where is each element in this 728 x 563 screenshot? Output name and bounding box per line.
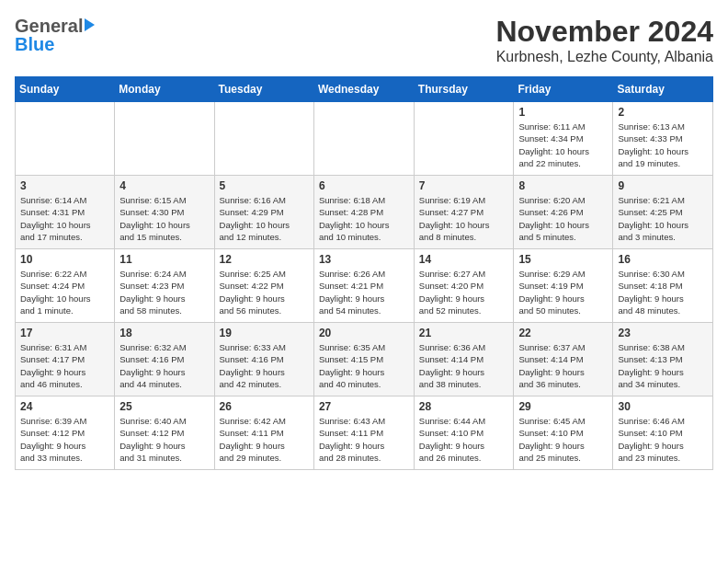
day-info: Sunrise: 6:13 AM Sunset: 4:33 PM Dayligh… (618, 121, 708, 169)
day-info: Sunrise: 6:38 AM Sunset: 4:13 PM Dayligh… (618, 341, 708, 390)
day-info: Sunrise: 6:44 AM Sunset: 4:10 PM Dayligh… (419, 415, 509, 464)
day-number: 3 (20, 179, 109, 192)
weekday-header-sunday: Sunday (16, 77, 115, 102)
calendar-day-16: 16Sunrise: 6:30 AM Sunset: 4:18 PM Dayli… (613, 249, 713, 323)
logo-triangle-icon (85, 18, 95, 31)
day-number: 10 (20, 253, 109, 266)
day-number: 11 (119, 253, 209, 266)
calendar-day-21: 21Sunrise: 6:36 AM Sunset: 4:14 PM Dayli… (414, 323, 514, 396)
calendar-day-7: 7Sunrise: 6:19 AM Sunset: 4:27 PM Daylig… (414, 176, 514, 249)
calendar-table: SundayMondayTuesdayWednesdayThursdayFrid… (15, 76, 713, 470)
day-number: 17 (20, 327, 109, 339)
day-number: 7 (419, 179, 509, 192)
day-info: Sunrise: 6:42 AM Sunset: 4:11 PM Dayligh… (220, 415, 309, 464)
day-number: 4 (119, 179, 209, 192)
calendar-day-20: 20Sunrise: 6:35 AM Sunset: 4:15 PM Dayli… (313, 323, 414, 396)
day-number: 6 (319, 179, 409, 192)
calendar-day-23: 23Sunrise: 6:38 AM Sunset: 4:13 PM Dayli… (613, 323, 713, 396)
day-info: Sunrise: 6:36 AM Sunset: 4:14 PM Dayligh… (419, 341, 509, 390)
day-info: Sunrise: 6:25 AM Sunset: 4:22 PM Dayligh… (220, 268, 309, 316)
calendar-day-14: 14Sunrise: 6:27 AM Sunset: 4:20 PM Dayli… (414, 249, 514, 323)
day-info: Sunrise: 6:11 AM Sunset: 4:34 PM Dayligh… (518, 121, 608, 169)
day-number: 13 (319, 253, 409, 266)
day-number: 21 (419, 327, 509, 339)
calendar-day-3: 3Sunrise: 6:14 AM Sunset: 4:31 PM Daylig… (16, 176, 115, 249)
day-info: Sunrise: 6:21 AM Sunset: 4:25 PM Dayligh… (618, 194, 708, 243)
calendar-week-row: 24Sunrise: 6:39 AM Sunset: 4:12 PM Dayli… (16, 396, 713, 470)
day-number: 30 (618, 400, 708, 413)
day-number: 29 (518, 400, 608, 413)
day-info: Sunrise: 6:43 AM Sunset: 4:11 PM Dayligh… (319, 415, 409, 464)
day-info: Sunrise: 6:35 AM Sunset: 4:15 PM Dayligh… (319, 341, 409, 390)
day-info: Sunrise: 6:26 AM Sunset: 4:21 PM Dayligh… (319, 268, 409, 316)
calendar-day-22: 22Sunrise: 6:37 AM Sunset: 4:14 PM Dayli… (514, 323, 613, 396)
day-info: Sunrise: 6:27 AM Sunset: 4:20 PM Dayligh… (419, 268, 509, 316)
calendar-day-29: 29Sunrise: 6:45 AM Sunset: 4:10 PM Dayli… (514, 396, 613, 470)
calendar-day-11: 11Sunrise: 6:24 AM Sunset: 4:23 PM Dayli… (115, 249, 214, 323)
day-info: Sunrise: 6:46 AM Sunset: 4:10 PM Dayligh… (618, 415, 708, 464)
calendar-day-17: 17Sunrise: 6:31 AM Sunset: 4:17 PM Dayli… (16, 323, 115, 396)
day-info: Sunrise: 6:45 AM Sunset: 4:10 PM Dayligh… (518, 415, 608, 464)
calendar-week-row: 1Sunrise: 6:11 AM Sunset: 4:34 PM Daylig… (16, 102, 713, 176)
day-number: 16 (618, 253, 708, 266)
weekday-header-wednesday: Wednesday (313, 77, 414, 102)
day-number: 1 (518, 106, 608, 119)
day-info: Sunrise: 6:30 AM Sunset: 4:18 PM Dayligh… (618, 268, 708, 316)
day-info: Sunrise: 6:18 AM Sunset: 4:28 PM Dayligh… (319, 194, 409, 243)
page-header: General Blue November 2024 Kurbnesh, Lez… (15, 15, 713, 65)
day-info: Sunrise: 6:24 AM Sunset: 4:23 PM Dayligh… (119, 268, 209, 316)
day-info: Sunrise: 6:15 AM Sunset: 4:30 PM Dayligh… (119, 194, 209, 243)
calendar-day-15: 15Sunrise: 6:29 AM Sunset: 4:19 PM Dayli… (514, 249, 613, 323)
calendar-day-19: 19Sunrise: 6:33 AM Sunset: 4:16 PM Dayli… (214, 323, 313, 396)
calendar-day-26: 26Sunrise: 6:42 AM Sunset: 4:11 PM Dayli… (214, 396, 313, 470)
calendar-day-28: 28Sunrise: 6:44 AM Sunset: 4:10 PM Dayli… (414, 396, 514, 470)
day-number: 22 (518, 327, 608, 339)
calendar-day-18: 18Sunrise: 6:32 AM Sunset: 4:16 PM Dayli… (115, 323, 214, 396)
day-number: 5 (220, 179, 309, 192)
location-title: Kurbnesh, Lezhe County, Albania (495, 49, 713, 65)
calendar-empty-cell (115, 102, 214, 176)
day-number: 25 (119, 400, 209, 413)
day-info: Sunrise: 6:32 AM Sunset: 4:16 PM Dayligh… (119, 341, 209, 390)
calendar-day-8: 8Sunrise: 6:20 AM Sunset: 4:26 PM Daylig… (514, 176, 613, 249)
day-info: Sunrise: 6:16 AM Sunset: 4:29 PM Dayligh… (220, 194, 309, 243)
month-title: November 2024 (495, 15, 713, 49)
day-number: 14 (419, 253, 509, 266)
calendar-empty-cell (16, 102, 115, 176)
day-number: 23 (618, 327, 708, 339)
day-info: Sunrise: 6:14 AM Sunset: 4:31 PM Dayligh… (20, 194, 109, 243)
calendar-day-27: 27Sunrise: 6:43 AM Sunset: 4:11 PM Dayli… (313, 396, 414, 470)
day-number: 15 (518, 253, 608, 266)
calendar-week-row: 10Sunrise: 6:22 AM Sunset: 4:24 PM Dayli… (16, 249, 713, 323)
day-number: 27 (319, 400, 409, 413)
day-number: 9 (618, 179, 708, 192)
calendar-day-12: 12Sunrise: 6:25 AM Sunset: 4:22 PM Dayli… (214, 249, 313, 323)
weekday-header-thursday: Thursday (414, 77, 514, 102)
day-info: Sunrise: 6:20 AM Sunset: 4:26 PM Dayligh… (518, 194, 608, 243)
day-number: 2 (618, 106, 708, 119)
day-number: 24 (20, 400, 109, 413)
calendar-day-13: 13Sunrise: 6:26 AM Sunset: 4:21 PM Dayli… (313, 249, 414, 323)
day-number: 28 (419, 400, 509, 413)
day-number: 26 (220, 400, 309, 413)
day-info: Sunrise: 6:31 AM Sunset: 4:17 PM Dayligh… (20, 341, 109, 390)
calendar-day-10: 10Sunrise: 6:22 AM Sunset: 4:24 PM Dayli… (16, 249, 115, 323)
weekday-header-saturday: Saturday (613, 77, 713, 102)
calendar-empty-cell (414, 102, 514, 176)
day-number: 19 (220, 327, 309, 339)
day-number: 8 (518, 179, 608, 192)
day-number: 20 (319, 327, 409, 339)
weekday-header-friday: Friday (514, 77, 613, 102)
day-info: Sunrise: 6:33 AM Sunset: 4:16 PM Dayligh… (220, 341, 309, 390)
day-info: Sunrise: 6:37 AM Sunset: 4:14 PM Dayligh… (518, 341, 608, 390)
calendar-day-25: 25Sunrise: 6:40 AM Sunset: 4:12 PM Dayli… (115, 396, 214, 470)
weekday-header-monday: Monday (115, 77, 214, 102)
calendar-empty-cell (313, 102, 414, 176)
day-info: Sunrise: 6:39 AM Sunset: 4:12 PM Dayligh… (20, 415, 109, 464)
calendar-day-6: 6Sunrise: 6:18 AM Sunset: 4:28 PM Daylig… (313, 176, 414, 249)
calendar-day-2: 2Sunrise: 6:13 AM Sunset: 4:33 PM Daylig… (613, 102, 713, 176)
weekday-header-tuesday: Tuesday (214, 77, 313, 102)
calendar-day-4: 4Sunrise: 6:15 AM Sunset: 4:30 PM Daylig… (115, 176, 214, 249)
day-info: Sunrise: 6:22 AM Sunset: 4:24 PM Dayligh… (20, 268, 109, 316)
calendar-day-9: 9Sunrise: 6:21 AM Sunset: 4:25 PM Daylig… (613, 176, 713, 249)
